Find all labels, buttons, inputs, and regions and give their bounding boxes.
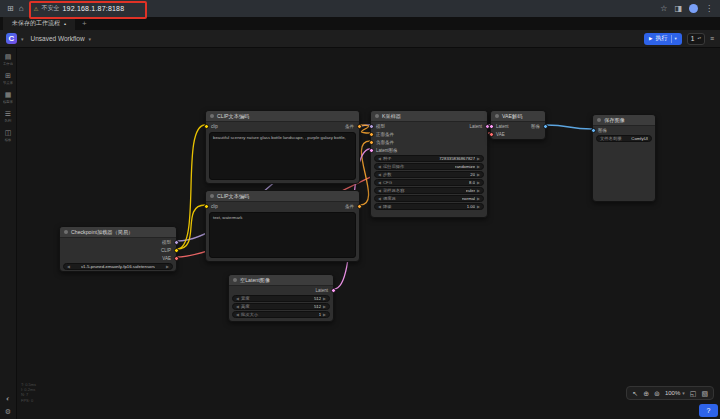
output-slot[interactable]: [174, 240, 179, 245]
url-text: 192.168.1.87:8188: [62, 5, 124, 12]
widget-label: 文件名前缀: [600, 136, 621, 141]
prompt-textarea[interactable]: beautiful scenery nature glass bottle la…: [209, 132, 356, 180]
widget-宽度[interactable]: ◀宽度512▶: [232, 295, 330, 302]
node-ksampler[interactable]: K采样器模型Latent正面条件负面条件Latent图像◀种子728335836…: [370, 110, 488, 218]
run-options-caret-icon[interactable]: ▾: [675, 36, 677, 41]
widget-调度器[interactable]: ◀调度器normal▶: [374, 195, 484, 202]
fit-view-icon[interactable]: ◱: [690, 390, 697, 397]
sidebar-item-theme[interactable]: ◐: [6, 395, 10, 402]
widget-采样器名称[interactable]: ◀采样器名称euler▶: [374, 187, 484, 194]
workflow-name[interactable]: Unsaved Workflow: [31, 35, 85, 42]
logo-caret-icon[interactable]: ▾: [21, 36, 24, 42]
insecure-warning-icon: ⚠: [34, 6, 39, 12]
output-slot[interactable]: [174, 256, 179, 261]
output-slot[interactable]: [543, 124, 548, 129]
help-floating-button[interactable]: ?: [699, 404, 718, 417]
home-icon[interactable]: ⌂: [19, 5, 24, 13]
widget-CFG[interactable]: ◀CFG8.0▶: [374, 179, 484, 186]
node-clip-encode-positive[interactable]: CLIP文本编码clip条件beautiful scenery nature g…: [205, 110, 360, 184]
node-title: CLIP文本编码: [206, 191, 359, 202]
pan-tool-icon[interactable]: ⊕: [643, 390, 649, 397]
slot-row: VAE: [491, 130, 545, 138]
link-mode-icon[interactable]: ⊚: [654, 390, 660, 397]
input-slot[interactable]: [369, 148, 374, 153]
input-slot[interactable]: [489, 132, 494, 137]
theme-icon: ◐: [6, 395, 10, 402]
new-workflow-button[interactable]: +: [82, 19, 87, 28]
node-load-checkpoint[interactable]: Checkpoint加载器（简易）模型CLIPVAE◀v1-5-pruned-e…: [59, 226, 177, 272]
input-slot[interactable]: [369, 132, 374, 137]
input-slot-label: VAE: [496, 132, 505, 137]
bookmark-star-icon[interactable]: ☆: [660, 5, 667, 13]
decrement-arrow-icon: ◀: [378, 172, 381, 177]
input-slot[interactable]: [204, 204, 209, 209]
input-slot-label: 负面条件: [376, 140, 394, 145]
run-button[interactable]: ▶ 执行 ▾: [644, 33, 682, 45]
increment-arrow-icon: ▶: [477, 172, 480, 177]
output-slot[interactable]: [357, 124, 362, 129]
select-tool-icon[interactable]: ↖: [632, 390, 638, 397]
prompt-textarea[interactable]: text, watermark: [209, 212, 356, 258]
sidebar-item-model-library[interactable]: ▦模型库: [2, 91, 14, 104]
output-slot-label: 模型: [162, 240, 171, 245]
output-slot[interactable]: [357, 204, 362, 209]
browser-menu-icon[interactable]: ⋮: [705, 5, 713, 13]
sidebar-item-templates[interactable]: ◫模板: [4, 129, 12, 142]
widget-value: v1-5-pruned-emaonly-fp16.safetensors: [81, 264, 155, 269]
widget-高度[interactable]: ◀高度512▶: [232, 303, 330, 310]
stepper-arrows-icon[interactable]: ▴▾: [697, 37, 701, 41]
run-icon: ▶: [649, 36, 652, 41]
input-slot[interactable]: [489, 124, 494, 129]
input-slot[interactable]: [369, 140, 374, 145]
input-slot-label: Latent图像: [376, 148, 398, 153]
increment-arrow-icon: ▶: [477, 188, 480, 193]
side-panel-icon[interactable]: ◨: [674, 5, 682, 13]
address-bar[interactable]: ⚠ 不安全 192.168.1.87:8188: [34, 4, 125, 13]
widget-label: 步数: [383, 172, 392, 177]
security-label: 不安全: [41, 4, 59, 13]
node-vae-decode[interactable]: VAE解码Latent图像VAE: [490, 110, 546, 140]
widget-降噪[interactable]: ◀降噪1.00▶: [374, 203, 484, 210]
sidebar-item-workflows[interactable]: ▤工作流: [2, 53, 14, 66]
comfyui-logo[interactable]: C: [6, 33, 17, 44]
sidebar-item-settings[interactable]: ⚙: [5, 408, 11, 415]
profile-avatar[interactable]: [689, 4, 698, 13]
widget-种子[interactable]: ◀种子728335836867827▶: [374, 155, 484, 162]
apps-icon[interactable]: ⊞: [7, 5, 14, 13]
batch-count-stepper[interactable]: 1 ▴▾: [687, 33, 705, 45]
sidebar-item-queue[interactable]: ☰队列: [4, 110, 12, 123]
node-title: 空Latent图像: [229, 275, 333, 286]
node-save-image[interactable]: 保存图像图像文件名前缀ComfyUI: [592, 114, 656, 202]
output-slot[interactable]: [174, 248, 179, 253]
widget-value: 1.00: [467, 204, 475, 209]
widget-label: 降噪: [383, 204, 392, 209]
node-clip-encode-negative[interactable]: CLIP文本编码clip条件text, watermark: [205, 190, 360, 262]
input-slot[interactable]: [369, 124, 374, 129]
input-slot[interactable]: [591, 128, 596, 133]
workflow-caret-icon[interactable]: ▾: [89, 36, 92, 42]
increment-arrow-icon: ▶: [323, 304, 326, 309]
templates-icon: ◫: [5, 129, 12, 136]
widget-步数[interactable]: ◀步数20▶: [374, 171, 484, 178]
widget-运行后操作[interactable]: ◀运行后操作randomize▶: [374, 163, 484, 170]
widget-value[interactable]: ◀v1-5-pruned-emaonly-fp16.safetensors▶: [63, 263, 173, 270]
node-empty-latent-image[interactable]: 空Latent图像Latent◀宽度512▶◀高度512▶◀批次大小1▶: [228, 274, 334, 322]
zoom-value: 100%: [665, 390, 680, 396]
node-title: 保存图像: [593, 115, 655, 126]
sidebar-item-node-library[interactable]: ⊞节点库: [2, 72, 14, 85]
workflows-icon: ▤: [5, 53, 12, 60]
input-slot[interactable]: [204, 124, 209, 129]
slot-row: 模型: [60, 238, 176, 246]
output-slot[interactable]: [331, 288, 336, 293]
sidebar-item-label: 模板: [5, 137, 12, 141]
queue-icon: ☰: [5, 110, 11, 117]
widget-批次大小[interactable]: ◀批次大小1▶: [232, 311, 330, 318]
zoom-control[interactable]: 100% ▾: [665, 390, 685, 396]
queue-history-icon[interactable]: ≡: [710, 35, 714, 42]
workflow-tab[interactable]: 未保存的工作流程 •: [3, 17, 75, 30]
decrement-arrow-icon: ◀: [378, 188, 381, 193]
canvas-toolbar: ↖⊕⊚ 100% ▾ ◱▧: [626, 386, 714, 400]
widget-文件名前缀[interactable]: 文件名前缀ComfyUI: [596, 135, 652, 142]
output-slot-label: 条件: [345, 124, 354, 129]
minimap-icon[interactable]: ▧: [701, 390, 708, 397]
